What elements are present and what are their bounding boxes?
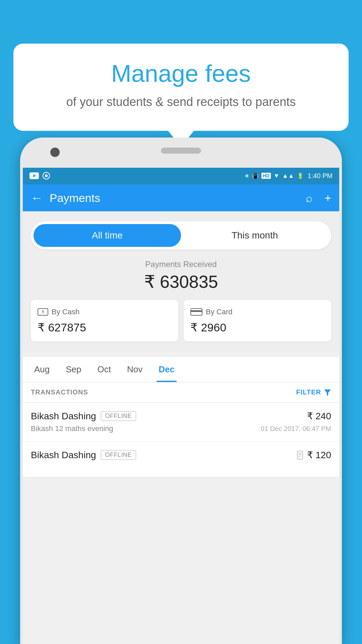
status-time: 1:40 PM: [308, 172, 333, 180]
cash-amount: ₹ 627875: [38, 321, 172, 334]
payment-cards-row: ₹ By Cash ₹ 627875 By Card: [31, 300, 331, 341]
transaction-amount: ₹ 240: [307, 411, 331, 422]
by-card-card: By Card ₹ 2960: [184, 300, 331, 341]
by-cash-card: ₹ By Cash ₹ 627875: [31, 300, 178, 341]
svg-rect-9: [297, 451, 303, 459]
offline-badge: OFFLINE: [101, 450, 136, 460]
cash-label: By Cash: [52, 308, 79, 316]
bluetooth-icon: ∗: [244, 172, 249, 179]
filter-icon: [324, 389, 331, 396]
transaction-name-row: Bikash Dashing OFFLINE: [31, 450, 136, 461]
card-icon: [190, 307, 202, 317]
payments-label: Payments Received: [31, 260, 331, 269]
transaction-desc: Bikash 12 maths evening: [31, 424, 113, 433]
svg-marker-8: [324, 389, 331, 395]
bubble-title: Manage fees: [34, 60, 328, 87]
hd-badge: HD: [261, 173, 271, 179]
back-button[interactable]: ←: [31, 191, 43, 205]
vibrate-icon: 📳: [252, 173, 259, 179]
status-bar: ∗ 📳 HD ▼ ▲▲ 🔋 1:40 PM: [23, 167, 339, 184]
signal-icon: ▲▲: [282, 172, 294, 179]
search-button[interactable]: ⌕: [306, 192, 312, 205]
this-month-tab[interactable]: This month: [181, 224, 328, 247]
phone-screen: ∗ 📳 HD ▼ ▲▲ 🔋 1:40 PM ← Payments ⌕ +: [23, 167, 339, 644]
month-tab-nov[interactable]: Nov: [119, 357, 150, 382]
month-tab-dec[interactable]: Dec: [150, 357, 183, 382]
youtube-icon: [29, 172, 39, 179]
card-label: By Card: [206, 308, 232, 316]
transaction-name-row: Bikash Dashing OFFLINE: [31, 411, 136, 422]
cash-card-header: ₹ By Cash: [38, 307, 172, 317]
transaction-row: Bikash Dashing OFFLINE ₹ 120: [23, 441, 339, 477]
svg-point-3: [45, 174, 48, 177]
card-amount: ₹ 2960: [190, 321, 324, 334]
app-bar-title: Payments: [50, 192, 294, 205]
filter-button[interactable]: FILTER: [296, 388, 331, 396]
document-icon: [297, 451, 304, 460]
transaction-name: Bikash Dashing: [31, 450, 96, 461]
status-right-info: ∗ 📳 HD ▼ ▲▲ 🔋 1:40 PM: [244, 172, 333, 180]
app-bar: ← Payments ⌕ +: [23, 184, 339, 211]
add-button[interactable]: +: [324, 192, 331, 205]
camera-icon: [50, 148, 60, 157]
wifi-icon: ▼: [274, 172, 280, 179]
month-tab-oct[interactable]: Oct: [89, 357, 119, 382]
transaction-amount: ₹ 120: [307, 449, 331, 461]
payments-received-section: Payments Received ₹ 630835: [31, 260, 331, 292]
transaction-bottom-row: Bikash 12 maths evening 01 Dec 2017, 06:…: [31, 424, 331, 433]
transaction-top-row: Bikash Dashing OFFLINE ₹ 120: [31, 449, 331, 461]
month-tabs: Aug Sep Oct Nov Dec: [23, 357, 339, 382]
speaker: [161, 148, 201, 154]
main-content: All time This month Payments Received ₹ …: [23, 211, 339, 352]
transaction-name: Bikash Dashing: [31, 411, 96, 422]
payments-amount: ₹ 630835: [31, 272, 331, 292]
phone-frame: ∗ 📳 HD ▼ ▲▲ 🔋 1:40 PM ← Payments ⌕ +: [20, 138, 342, 644]
cash-icon: ₹: [38, 307, 48, 317]
all-time-tab[interactable]: All time: [34, 224, 181, 247]
transactions-label: TRANSACTIONS: [31, 388, 88, 396]
svg-rect-7: [191, 310, 202, 312]
svg-text:₹: ₹: [42, 310, 44, 315]
phone-bezel: [20, 138, 342, 168]
card-card-header: By Card: [190, 307, 324, 317]
speech-bubble: Manage fees of your students & send rece…: [13, 44, 349, 131]
settings-icon: [42, 172, 50, 180]
toggle-row: All time This month: [31, 221, 331, 250]
status-left-icons: [29, 172, 50, 180]
filter-label: FILTER: [296, 388, 321, 396]
transactions-header: TRANSACTIONS FILTER: [23, 382, 339, 402]
battery-icon: 🔋: [297, 173, 304, 179]
transaction-row: Bikash Dashing OFFLINE ₹ 240 Bikash 12 m…: [23, 402, 339, 441]
offline-badge: OFFLINE: [101, 411, 136, 421]
transaction-top-row: Bikash Dashing OFFLINE ₹ 240: [31, 411, 331, 422]
month-tab-sep[interactable]: Sep: [58, 357, 89, 382]
transaction-date: 01 Dec 2017, 06:47 PM: [261, 425, 331, 433]
month-tab-aug[interactable]: Aug: [26, 357, 58, 382]
transaction-amount-row: ₹ 120: [297, 449, 331, 461]
bubble-subtitle: of your students & send receipts to pare…: [34, 94, 328, 110]
